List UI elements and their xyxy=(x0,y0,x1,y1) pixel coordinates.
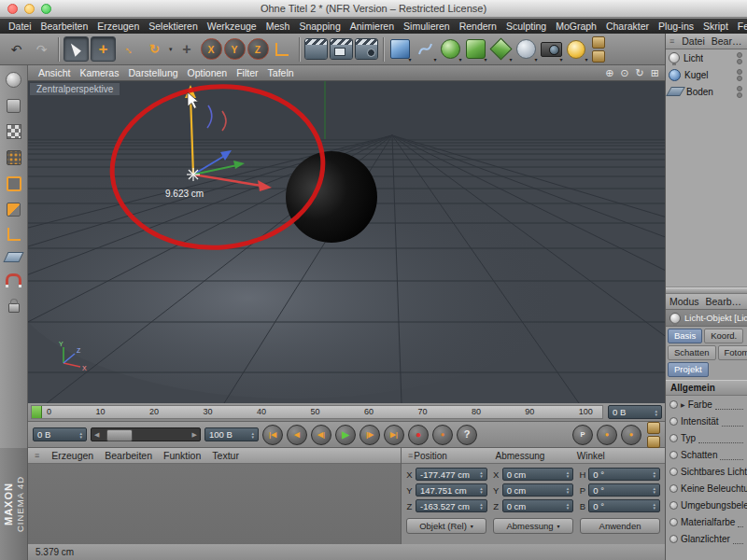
render-picture-viewer-button[interactable] xyxy=(330,38,353,60)
attribute-row-schatten[interactable]: Schatten xyxy=(666,446,747,463)
material-menu-funktion[interactable]: Funktion xyxy=(163,450,201,461)
title-bar[interactable]: Ohne Titel 2 * (NFR Version – Restricted… xyxy=(0,0,747,18)
menu-datei[interactable]: Datei xyxy=(4,21,36,32)
previous-key-button[interactable]: ◀ xyxy=(287,425,307,445)
attribute-menu-bearbeiten[interactable]: Bearbeiten xyxy=(706,296,743,307)
scale-tool-button[interactable]: ↔ xyxy=(118,37,141,61)
power-slider[interactable]: ◀ ▶ xyxy=(91,427,201,441)
add-light-button[interactable]: ▾ xyxy=(565,37,588,61)
help-button[interactable]: ? xyxy=(457,425,477,445)
stepper-icon[interactable]: ▴▾ xyxy=(567,470,570,478)
add-camera-button[interactable]: ▾ xyxy=(540,37,563,61)
tool-dropdown-icon[interactable]: ▾ xyxy=(169,46,173,53)
material-menu-erzeugen[interactable]: Erzeugen xyxy=(51,450,93,461)
attribute-row-glanzlichter[interactable]: Glanzlichter xyxy=(666,530,747,547)
menu-selektieren[interactable]: Selektieren xyxy=(144,21,203,32)
play-button[interactable]: ▶ xyxy=(335,425,356,445)
animation-dot-icon[interactable] xyxy=(669,518,678,526)
lock-x-axis-button[interactable]: X xyxy=(201,38,222,60)
menu-skript[interactable]: Skript xyxy=(698,21,733,32)
object-mode-icon[interactable] xyxy=(7,99,21,113)
object-row-kugel[interactable]: Kugel xyxy=(666,66,747,83)
content-browser-icon[interactable] xyxy=(592,36,605,49)
animation-dot-icon[interactable] xyxy=(669,501,678,510)
viewport-camera-label[interactable]: Zentralperspektive xyxy=(30,83,120,95)
axis-mode-icon[interactable] xyxy=(7,228,21,241)
lock-y-axis-button[interactable]: Y xyxy=(224,38,246,60)
size-mode-dropdown[interactable]: Abmessung▾ xyxy=(493,518,573,534)
angle-h-field[interactable]: 0 °▴▾ xyxy=(588,468,660,481)
viewport-menu-darstellung[interactable]: Darstellung xyxy=(123,67,182,78)
grip-icon[interactable]: ≡ xyxy=(408,451,412,460)
animation-dot-icon[interactable] xyxy=(669,535,678,543)
material-menu-textur[interactable]: Textur xyxy=(212,450,239,461)
expand-arrow-icon[interactable]: ▶ xyxy=(681,401,685,408)
close-window-icon[interactable] xyxy=(7,4,18,14)
keying-toggle-button[interactable]: ● xyxy=(621,425,641,445)
attribute-row-keine-beleuchtung[interactable]: Keine Beleuchtung xyxy=(666,480,747,497)
viewport[interactable]: Zentralperspektive xyxy=(28,81,665,403)
position-x-field[interactable]: -177.477 cm▴▾ xyxy=(416,468,487,481)
viewport-menu-tafeln[interactable]: Tafeln xyxy=(263,67,299,78)
stepper-icon[interactable]: ▴▾ xyxy=(653,486,655,494)
edges-mode-icon[interactable] xyxy=(7,176,21,191)
sphere-object[interactable] xyxy=(286,151,377,243)
autokey-button[interactable]: ● xyxy=(432,425,453,445)
menu-snapping[interactable]: Snapping xyxy=(294,21,345,32)
record-keyframe-button[interactable]: ● xyxy=(408,425,429,445)
angle-p-field[interactable]: 0 °▴▾ xyxy=(588,483,660,497)
viewport-menu-ansicht[interactable]: Ansicht xyxy=(34,67,75,78)
position-y-field[interactable]: 147.751 cm▴▾ xyxy=(416,483,487,497)
current-frame-marker[interactable] xyxy=(32,406,42,418)
bookmark-icon[interactable] xyxy=(647,436,660,448)
menu-sculpting[interactable]: Sculpting xyxy=(501,21,551,32)
grip-icon[interactable]: ≡ xyxy=(669,36,673,46)
visibility-dots-icon[interactable] xyxy=(737,69,744,81)
stepper-icon[interactable]: ▴▾ xyxy=(653,470,655,478)
snap-icon[interactable] xyxy=(6,273,21,287)
live-selection-button[interactable] xyxy=(63,36,89,62)
slider-left-arrow-icon[interactable]: ◀ xyxy=(94,431,99,438)
stepper-icon[interactable]: ▴▾ xyxy=(567,502,570,510)
render-view-button[interactable] xyxy=(304,38,328,60)
lock-z-axis-button[interactable]: Z xyxy=(247,38,269,60)
viewport-menu-kameras[interactable]: Kameras xyxy=(75,67,123,78)
viewport-rotate-icon[interactable]: ↻ xyxy=(636,68,644,78)
redo-button[interactable]: ↷ xyxy=(30,37,53,61)
timeline-ruler[interactable]: 0 10 20 30 40 50 60 70 80 90 100 xyxy=(31,405,603,419)
add-environment-button[interactable]: ▾ xyxy=(514,37,538,61)
viewport-menu-filter[interactable]: Filter xyxy=(232,67,262,78)
attribute-row-sichtbares-licht[interactable]: Sichtbares Licht xyxy=(666,463,747,480)
attribute-row-materialfarbe[interactable]: Materialfarbe xyxy=(666,513,747,530)
object-menu-bearbeiten[interactable]: Bearbeiten xyxy=(712,35,743,47)
viewport-pan-icon[interactable]: ⊕ xyxy=(605,68,613,78)
workplane-icon[interactable] xyxy=(3,252,23,262)
minimize-window-icon[interactable] xyxy=(24,4,35,14)
zoom-window-icon[interactable] xyxy=(41,4,51,14)
viewport-zoom-icon[interactable]: ⊙ xyxy=(620,68,628,78)
tab-fotometr[interactable]: Fotometr. xyxy=(718,345,747,360)
attribute-row-intensitaet[interactable]: Intensität xyxy=(666,413,747,429)
stepper-icon[interactable]: ▴▾ xyxy=(655,409,657,416)
position-z-field[interactable]: -163.527 cm▴▾ xyxy=(416,499,487,512)
animation-dot-icon[interactable] xyxy=(669,417,678,426)
keying-toggle-button[interactable]: ● xyxy=(597,425,617,445)
attribute-row-farbe[interactable]: ▶ Farbe xyxy=(666,396,747,413)
add-generator-button[interactable]: ▾ xyxy=(464,37,487,61)
animation-dot-icon[interactable] xyxy=(669,400,678,409)
menu-erzeugen[interactable]: Erzeugen xyxy=(92,21,144,32)
object-menu-datei[interactable]: Datei xyxy=(682,35,705,47)
stepper-icon[interactable]: ▴▾ xyxy=(251,431,254,439)
stepper-icon[interactable]: ▴▾ xyxy=(79,431,82,439)
goto-end-button[interactable]: ▶| xyxy=(384,425,404,445)
attribute-row-umgebungsbeleuchtung[interactable]: Umgebungsbeleuchtung xyxy=(666,497,747,513)
goto-start-button[interactable]: |◀ xyxy=(262,425,283,445)
attribute-menu-modus[interactable]: Modus xyxy=(669,296,699,307)
animation-dot-icon[interactable] xyxy=(669,434,678,442)
coordinate-system-button[interactable] xyxy=(271,37,294,61)
attribute-row-typ[interactable]: Typ xyxy=(666,429,747,446)
coordinate-mode-dropdown[interactable]: Objekt (Rel)▾ xyxy=(406,518,486,534)
size-x-field[interactable]: 0 cm▴▾ xyxy=(502,468,574,481)
layer-palette-icon[interactable] xyxy=(592,50,605,63)
lock-icon[interactable] xyxy=(8,303,20,313)
